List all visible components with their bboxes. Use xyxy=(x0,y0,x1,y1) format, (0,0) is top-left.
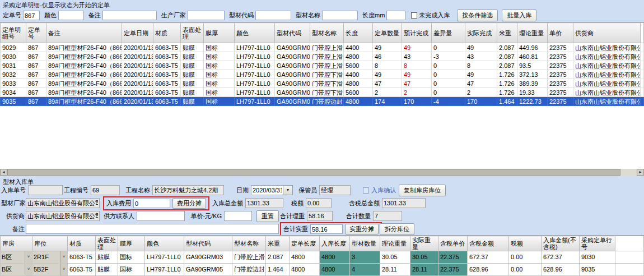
split-location-button[interactable]: 拆分库位 xyxy=(380,223,414,235)
scroll-right-icon[interactable]: ► xyxy=(637,169,644,176)
project-no-label: 工程编号 xyxy=(63,186,88,195)
table-row[interactable]: 903586789#门框型材F26-F40（866+867）2020/01/13… xyxy=(1,97,644,106)
table-row[interactable]: 902986789#门框型材F26-F40（866+867）2020/01/13… xyxy=(1,43,644,52)
tax-field[interactable] xyxy=(306,198,332,208)
cell: LH797-1LL0 xyxy=(145,264,184,276)
reset-button[interactable]: 重置 xyxy=(256,210,279,222)
cell: GA90GRM03 xyxy=(184,251,232,264)
profile-name-input[interactable] xyxy=(322,11,358,20)
total-amount-label: 入库总金额 xyxy=(212,199,243,208)
cell: 867 xyxy=(26,79,46,88)
cell: 47 xyxy=(465,79,497,88)
copy-warehouse-location-button[interactable]: 复制库房库位 xyxy=(399,185,446,196)
filler-cell xyxy=(641,43,644,52)
actual-weight-field[interactable] xyxy=(310,224,343,234)
total-amount-field[interactable] xyxy=(245,198,283,208)
inbound-confirm-label: 入库确认 xyxy=(371,186,396,195)
cell: 8 xyxy=(465,61,497,70)
cell: -3 xyxy=(432,52,465,61)
cell: 2020/01/13 xyxy=(122,79,153,88)
cell: 49 xyxy=(402,70,432,79)
cell: 6063-T5 xyxy=(68,264,96,276)
table-row[interactable]: 903386789#门框型材F26-F40（866+867）2020/01/13… xyxy=(1,79,644,88)
cell: 30.05 xyxy=(410,251,438,264)
table-row[interactable]: B区˅5B2F˅6063-T5贴膜国标LH797-1LL0GA90GRM05门带… xyxy=(1,264,644,276)
keeper-field[interactable] xyxy=(319,185,351,195)
color-input[interactable] xyxy=(58,11,84,20)
fee-apportion-button[interactable]: 费用分摊 xyxy=(172,198,206,209)
cell: 170 xyxy=(465,97,497,106)
cell: 22375 xyxy=(548,88,573,97)
inbound-confirm-checkbox[interactable] xyxy=(363,187,369,194)
date-picker[interactable]: ▼ xyxy=(251,185,293,195)
cell: GA90GRM03 xyxy=(275,43,310,52)
chevron-down-icon[interactable]: ˅ xyxy=(25,264,32,275)
total-qty-field[interactable] xyxy=(373,211,402,221)
factory-input[interactable] xyxy=(188,11,225,20)
cell: 89#门框型材F26-F40（866+867） xyxy=(46,88,122,97)
date-field[interactable] xyxy=(251,185,283,195)
cell: 国标 xyxy=(118,251,145,264)
column-header: 长度 xyxy=(344,23,373,43)
supplier-field[interactable] xyxy=(26,211,100,221)
project-no-field[interactable] xyxy=(91,185,120,195)
cell: 4800 xyxy=(344,79,373,88)
scrollbar-thumb[interactable] xyxy=(7,169,620,176)
cell: 628.96 xyxy=(468,264,509,276)
cell: 89#门框型材F26-F40（866+867） xyxy=(46,70,122,79)
table-row[interactable]: 903086789#门框型材F26-F40（866+867）2020/01/13… xyxy=(1,52,644,61)
combo-value: 5B2F xyxy=(32,264,60,275)
total-with-tax-field[interactable] xyxy=(382,198,426,208)
cell: 89#门框型材F26-F40（866+867） xyxy=(46,61,122,70)
cell: 9030 xyxy=(1,52,26,61)
project-name-field[interactable] xyxy=(152,185,224,195)
inbound-order-no-field[interactable] xyxy=(28,185,63,195)
cell: 2.087 xyxy=(497,43,517,52)
theory-weight-field[interactable] xyxy=(307,211,333,221)
remark-input[interactable] xyxy=(102,11,157,20)
cell: 867 xyxy=(26,61,46,70)
batch-inbound-button[interactable]: 批量入库 xyxy=(502,10,536,21)
order-no-input[interactable] xyxy=(23,11,40,20)
cell: B区˅ xyxy=(1,264,32,276)
profile-name-label: 型材名称 xyxy=(296,11,320,20)
horizontal-scrollbar[interactable]: ◄ ► xyxy=(0,169,644,176)
table-row[interactable]: 903186789#门框型材F26-F40（866+867）2020/01/13… xyxy=(1,61,644,70)
cell: 6063-T5 xyxy=(153,79,181,88)
scroll-left-icon[interactable]: ◄ xyxy=(0,169,7,176)
cell: 6063-T5 xyxy=(153,97,181,106)
order-no-label: 定单号 xyxy=(3,11,21,20)
fee-label: 入库费用 xyxy=(106,199,131,208)
inbound-detail-table: 库房 库位 材质 表面处理 膜厚 颜色 型材代码 型材名称 米重 定单长度 入库… xyxy=(0,236,644,276)
cell: 174 xyxy=(373,97,402,106)
table-row[interactable]: 903486789#门框型材F26-F40（866+867）2020/01/13… xyxy=(1,88,644,97)
unfinished-checkbox[interactable] xyxy=(411,12,417,19)
column-header: 米重 xyxy=(497,23,517,43)
profile-factory-field[interactable] xyxy=(26,198,100,208)
chevron-down-icon[interactable]: ˅ xyxy=(25,251,32,263)
filter-by-condition-button[interactable]: 按条件筛选 xyxy=(457,10,498,21)
cell: 2.087 xyxy=(266,251,290,264)
chevron-down-icon[interactable]: ˅ xyxy=(60,264,67,275)
table-row[interactable]: B区˅2R1F˅6063-T5贴膜国标LH797-1LL0GA90GRM03门带… xyxy=(1,251,644,264)
chevron-down-icon[interactable]: ˅ xyxy=(60,251,67,263)
supplier-contact-field[interactable] xyxy=(137,211,185,221)
column-header: 采购定单行号 xyxy=(580,236,615,251)
cell: 贴膜 xyxy=(181,97,204,106)
cell: 国标 xyxy=(204,88,235,97)
weight-apportion-button[interactable]: 实重分摊 xyxy=(345,224,379,234)
inbound-remark-field[interactable] xyxy=(26,224,279,234)
table-row[interactable]: 903286789#门框型材F26-F40（866+867）2020/01/13… xyxy=(1,70,644,79)
unit-price-field[interactable] xyxy=(224,211,252,221)
profile-code-input[interactable] xyxy=(255,11,291,20)
combo-value: B区 xyxy=(1,251,25,263)
combo-value: B区 xyxy=(1,264,25,275)
remark-label: 备注 xyxy=(88,11,101,20)
length-input[interactable] xyxy=(386,11,405,20)
cell: 28.11 xyxy=(410,264,438,276)
cell: 22375 xyxy=(548,43,573,52)
fee-field[interactable] xyxy=(133,199,170,208)
cell: 8 xyxy=(402,61,432,70)
cell: 2020/01/13 xyxy=(122,61,153,70)
calendar-dropdown-icon[interactable]: ▼ xyxy=(283,185,293,195)
